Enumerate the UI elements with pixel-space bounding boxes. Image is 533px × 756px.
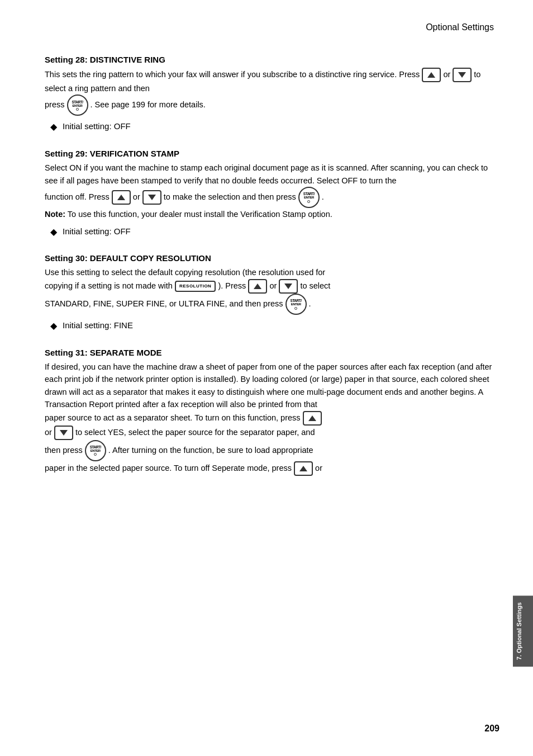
section28-initial: Initial setting: OFF — [63, 121, 131, 131]
section31-body: If desired, you can have the machine dra… — [45, 361, 499, 476]
section-setting30: Setting 30: DEFAULT COPY RESOLUTION Use … — [45, 253, 499, 332]
diamond-icon-29: ◆ — [50, 226, 57, 238]
section28-body: This sets the ring pattern to which your… — [45, 68, 499, 116]
page-header-title: Optional Settings — [45, 22, 499, 32]
arrow-up-icon-28a — [422, 68, 441, 82]
section29-text1: Select ON if you want the machine to sta… — [45, 163, 488, 185]
arrow-up-icon-31a — [303, 411, 322, 426]
section29-bullet: ◆ Initial setting: OFF — [50, 226, 499, 238]
section30-text5: STANDARD, FINE, SUPER FINE, or ULTRA FIN… — [45, 299, 285, 308]
section-setting28: Setting 28: DISTINCTIVE RING This sets t… — [45, 55, 499, 133]
section31-title: Setting 31: SEPARATE MODE — [45, 348, 499, 357]
arrow-down-icon-28a — [453, 68, 472, 82]
start-enter-icon-28: START/ ENTER — [67, 94, 88, 116]
section31-text4: then press — [45, 445, 85, 454]
section28-bullet: ◆ Initial setting: OFF — [50, 121, 499, 133]
side-tab-text: 7. Optional Settings — [516, 602, 522, 660]
section30-initial: Initial setting: FINE — [63, 320, 133, 330]
arrow-down-icon-31a — [54, 426, 73, 440]
page-number: 209 — [484, 724, 499, 734]
resolution-key-icon: RESOLUTION — [175, 281, 216, 292]
section28-text1: This sets the ring pattern to which your… — [45, 70, 422, 79]
arrow-up-icon-29 — [112, 190, 131, 205]
side-tab: 7. Optional Settings — [513, 596, 533, 667]
arrow-down-icon-30 — [279, 279, 298, 294]
section29-note-label: Note: — [45, 210, 65, 219]
section31-or1: or — [45, 427, 54, 436]
section30-or1: or — [269, 281, 279, 290]
page-container: Optional Settings Setting 28: DISTINCTIV… — [0, 0, 533, 756]
section31-text2: paper source to act as a separator sheet… — [45, 413, 303, 422]
section30-text6: . — [309, 299, 311, 308]
section30-text3: ). Press — [218, 281, 248, 290]
arrow-up-icon-31b — [294, 461, 313, 476]
section30-title: Setting 30: DEFAULT COPY RESOLUTION — [45, 253, 499, 263]
section28-text3: press — [45, 100, 67, 109]
arrow-down-icon-29 — [142, 190, 161, 205]
section-setting31: Setting 31: SEPARATE MODE If desired, yo… — [45, 348, 499, 476]
section31-or2: or — [315, 463, 322, 472]
section31-text5: . After turning on the function, be sure… — [108, 445, 313, 454]
section29-text2: function off. Press — [45, 192, 112, 201]
section29-text4: . — [322, 192, 324, 201]
arrow-up-icon-30 — [248, 279, 267, 294]
start-enter-icon-31: START/ ENTER — [85, 440, 106, 461]
section28-text4: . See page 199 for more details. — [91, 100, 206, 109]
diamond-icon-28: ◆ — [50, 121, 57, 133]
section30-bullet: ◆ Initial setting: FINE — [50, 320, 499, 332]
section29-text3: to make the selection and then press — [164, 192, 298, 201]
section29-initial: Initial setting: OFF — [63, 226, 131, 236]
section30-text4: to select — [300, 281, 330, 290]
section29-title: Setting 29: VERIFICATION STAMP — [45, 149, 499, 158]
diamond-icon-30: ◆ — [50, 320, 57, 332]
section30-text1: Use this setting to select the default c… — [45, 268, 325, 277]
section29-or1: or — [133, 192, 142, 201]
section31-text6: paper in the selected paper source. To t… — [45, 463, 294, 472]
section28-or1: or — [443, 70, 453, 79]
section30-text2: copying if a setting is not made with — [45, 281, 175, 290]
section28-title: Setting 28: DISTINCTIVE RING — [45, 55, 499, 64]
section29-note-text: To use this function, your dealer must i… — [68, 210, 332, 219]
section29-body: Select ON if you want the machine to sta… — [45, 162, 499, 220]
section-setting29: Setting 29: VERIFICATION STAMP Select ON… — [45, 149, 499, 238]
section31-text3: to select YES, select the paper source f… — [75, 427, 315, 436]
section31-text1: If desired, you can have the machine dra… — [45, 362, 492, 409]
start-enter-icon-30: START/ ENTER — [285, 294, 307, 315]
section30-body: Use this setting to select the default c… — [45, 266, 499, 314]
start-enter-icon-29: START/ ENTER — [298, 187, 320, 208]
